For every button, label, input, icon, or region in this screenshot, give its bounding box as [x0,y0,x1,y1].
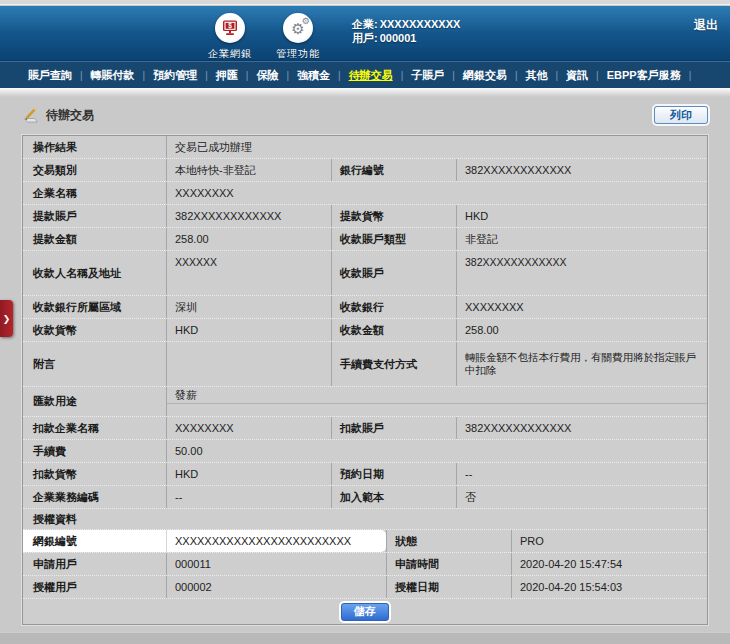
compose-pencil-icon [22,106,40,124]
table-row: 收款銀行所屬區域深圳收款銀行XXXXXXXX [23,295,707,318]
field-label: 收款貨幣 [23,319,166,341]
table-row: 手續費50.00 [23,439,707,462]
content-top-shade [0,88,730,97]
nav-bar: 賬戶查詢|轉賬付款|預約管理|押匯|保險|強積金|待辦交易|子賬戶|網銀交易|其… [0,61,730,88]
table-row: 收款人名稱及地址XXXXXX收款賬戶382XXXXXXXXXXXX [23,250,707,295]
field-label: 附言 [23,342,166,386]
field-label: 提款賬戶 [23,205,166,227]
logout-button[interactable]: 退出 [694,17,718,34]
table-row: 企業業務編碼--加入範本否 [23,485,707,508]
empty-subrow [167,404,707,416]
management-functions-label: 管理功能 [266,47,330,61]
field-label: 提款貨幣 [331,205,456,227]
field-value: HKD [166,319,331,341]
title-row: 待辦交易 列印 [22,103,708,127]
field-value: 否 [456,486,707,508]
field-value: HKD [456,205,707,227]
field-value: 382XXXXXXXXXXXX [456,159,707,181]
table-row: 申請用戶000011申請時間2020-04-20 15:47:54 [23,552,707,575]
field-value: 2020-04-20 15:54:03 [511,576,707,598]
page-title: 待辦交易 [46,107,94,124]
table-row: 授權用戶000002授權日期2020-04-20 15:54:03 [23,575,707,598]
field-label: 授權日期 [386,576,511,598]
field-value: 258.00 [166,228,331,250]
field-value: 382XXXXXXXXXXXX [456,251,707,295]
nav-item-11[interactable]: 資訊 [566,68,588,83]
field-label: 預約日期 [331,463,456,485]
table-row: 提款金額258.00收款賬戶類型非登記 [23,227,707,250]
field-label: 收款銀行 [331,296,456,318]
field-label: 收款賬戶 [331,251,456,295]
window-top-strip [0,0,730,5]
table-row: 扣款企業名稱XXXXXXXX扣款賬戶382XXXXXXXXXXXX [23,416,707,439]
table-section-row: 授權資料 [23,508,707,529]
field-label: 扣款貨幣 [23,463,166,485]
management-functions-menu-button[interactable]: ⚙⚙ 管理功能 [266,13,330,61]
field-label: 企業業務編碼 [23,486,166,508]
nav-separator: | [143,70,146,81]
field-label: 申請用戶 [23,553,166,575]
field-value: 000011 [166,553,386,575]
save-row: 儲存 [23,598,707,624]
svg-text:$: $ [228,22,232,30]
account-info: 企業:XXXXXXXXXXX 用戶:000001 [352,17,462,45]
nav-item-9[interactable]: 網銀交易 [463,68,507,83]
field-value: HKD [166,463,331,485]
field-label: 收款銀行所屬區域 [23,296,166,318]
field-label: 收款賬戶類型 [331,228,456,250]
table-row: 企業名稱XXXXXXXX [23,181,707,204]
field-value: XXXXXXXX [166,182,707,204]
collapse-side-tab[interactable]: ❯ [0,300,13,337]
field-value: 50.00 [166,440,707,462]
field-value: XXXXXXXX [456,296,707,318]
field-value: 258.00 [456,319,707,341]
save-button[interactable]: 儲存 [341,603,389,621]
table-row: 網銀編號XXXXXXXXXXXXXXXXXXXXXXXX狀態PRO [23,529,707,552]
user-value: 000001 [380,32,417,44]
nav-separator: | [555,70,558,81]
detail-rows: 操作結果交易已成功辦理交易類別本地特快-非登記銀行編號382XXXXXXXXXX… [23,136,707,598]
app-header: $ 企業網銀 ⚙⚙ 管理功能 企業:XXXXXXXXXXX 用戶:000001 … [0,6,730,61]
nav-item-10[interactable]: 其他 [525,68,547,83]
field-label: 手續費支付方式 [331,342,456,386]
field-value: 本地特快-非登記 [166,159,331,181]
field-value: 382XXXXXXXXXXXX [166,205,331,227]
nav-item-7[interactable]: 待辦交易 [349,68,393,83]
nav-separator: | [205,70,208,81]
corporate-banking-label: 企業網銀 [198,47,262,61]
field-value: 轉賬金額不包括本行費用，有關費用將於指定賬戶中扣除 [456,342,707,386]
nav-separator: | [246,70,249,81]
field-label: 匯款用途 [23,387,166,416]
ebanking-number-field[interactable]: XXXXXXXXXXXXXXXXXXXXXXXX [166,530,386,552]
nav-item-8[interactable]: 子賬戶 [411,68,444,83]
company-value: XXXXXXXXXXX [380,18,461,30]
nav-item-4[interactable]: 押匯 [216,68,238,83]
field-label: 收款人名稱及地址 [23,251,166,295]
nav-item-1[interactable]: 賬戶查詢 [28,68,72,83]
nav-separator: | [596,70,599,81]
footer-strip [0,632,730,644]
field-value: 交易已成功辦理 [166,136,707,158]
field-value: -- [456,463,707,485]
field-label: 扣款企業名稱 [23,417,166,439]
field-value: 000002 [166,576,386,598]
chevron-right-icon: ❯ [3,314,11,324]
table-row: 匯款用途發薪 [23,386,707,416]
nav-item-12[interactable]: EBPP客戶服務 [607,68,681,83]
nav-separator: | [452,70,455,81]
field-value: PRO [511,530,707,552]
nav-item-3[interactable]: 預約管理 [153,68,197,83]
field-value: -- [166,486,331,508]
corporate-banking-menu-button[interactable]: $ 企業網銀 [198,13,262,61]
nav-item-2[interactable]: 轉賬付款 [91,68,135,83]
field-value: 發薪 [167,387,707,404]
field-label: 申請時間 [386,553,511,575]
field-value: 382XXXXXXXXXXXX [456,417,707,439]
table-row: 操作結果交易已成功辦理 [23,136,707,158]
field-value-group: 發薪 [166,387,707,416]
gears-icon: ⚙⚙ [283,13,313,43]
nav-item-6[interactable]: 強積金 [297,68,330,83]
print-button[interactable]: 列印 [654,106,708,124]
nav-item-5[interactable]: 保險 [256,68,278,83]
table-row: 交易類別本地特快-非登記銀行編號382XXXXXXXXXXXX [23,158,707,181]
